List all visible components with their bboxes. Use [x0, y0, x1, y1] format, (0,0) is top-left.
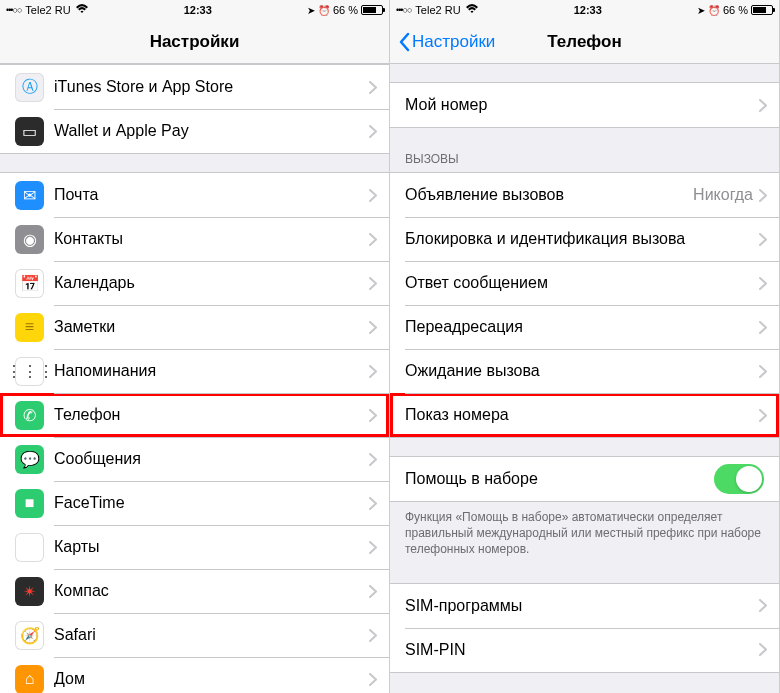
settings-row[interactable]: ⋮⋮⋮Напоминания	[0, 349, 389, 393]
battery-pct: 66 %	[723, 4, 748, 16]
row-dial-assist[interactable]: Помощь в наборе	[390, 457, 779, 501]
signal-dots: •••○○	[396, 5, 411, 15]
wifi-icon	[465, 4, 479, 16]
row-label: FaceTime	[54, 494, 369, 512]
row-label: Заметки	[54, 318, 369, 336]
row-value: Никогда	[693, 186, 753, 204]
chevron-icon	[369, 365, 377, 378]
alarm-icon: ⏰	[708, 5, 720, 16]
row-label: Сообщения	[54, 450, 369, 468]
row-label: Календарь	[54, 274, 369, 292]
app-icon: 💬	[15, 445, 44, 474]
settings-row[interactable]: ■FaceTime	[0, 481, 389, 525]
chevron-icon	[759, 321, 767, 334]
settings-row[interactable]: ⌂Дом	[0, 657, 389, 693]
back-label: Настройки	[412, 32, 495, 52]
chevron-icon	[369, 277, 377, 290]
chevron-icon	[759, 409, 767, 422]
settings-row[interactable]: Показ номера	[390, 393, 779, 437]
status-bar: •••○○ Tele2 RU 12:33 ➤ ⏰ 66 %	[390, 0, 779, 20]
chevron-icon	[369, 81, 377, 94]
page-title: Телефон	[547, 32, 621, 52]
battery-icon	[751, 5, 773, 15]
row-label: Компас	[54, 582, 369, 600]
row-label: Ответ сообщением	[405, 274, 759, 292]
settings-row[interactable]: 📅Календарь	[0, 261, 389, 305]
settings-row[interactable]: Блокировка и идентификация вызова	[390, 217, 779, 261]
chevron-icon	[369, 409, 377, 422]
row-my-number[interactable]: Мой номер	[390, 83, 779, 127]
row-label: Объявление вызовов	[405, 186, 693, 204]
settings-row[interactable]: Объявление вызововНикогда	[390, 173, 779, 217]
settings-row[interactable]: ≡Заметки	[0, 305, 389, 349]
settings-list[interactable]: ⒶiTunes Store и App Store▭Wallet и Apple…	[0, 64, 389, 693]
app-icon: Ⓐ	[15, 73, 44, 102]
row-label: Дом	[54, 670, 369, 688]
row-label: Ожидание вызова	[405, 362, 759, 380]
row-label: Wallet и Apple Pay	[54, 122, 369, 140]
row-label: SIM-программы	[405, 597, 759, 615]
my-number-label: Мой номер	[405, 96, 759, 114]
signal-dots: •••○○	[6, 5, 21, 15]
chevron-icon	[759, 365, 767, 378]
app-icon: 🗺	[15, 533, 44, 562]
settings-row[interactable]: 🗺Карты	[0, 525, 389, 569]
chevron-icon	[369, 125, 377, 138]
wifi-icon	[75, 4, 89, 16]
settings-row[interactable]: SIM-PIN	[390, 628, 779, 672]
settings-row[interactable]: SIM-программы	[390, 584, 779, 628]
app-icon: ◉	[15, 225, 44, 254]
row-label: Показ номера	[405, 406, 759, 424]
row-label: Почта	[54, 186, 369, 204]
chevron-icon	[759, 189, 767, 202]
chevron-icon	[369, 321, 377, 334]
phone-settings-list[interactable]: Мой номер ВЫЗОВЫ Объявление вызововНиког…	[390, 64, 779, 693]
app-icon: ✉	[15, 181, 44, 210]
chevron-icon	[759, 233, 767, 246]
dial-assist-label: Помощь в наборе	[405, 470, 714, 488]
settings-row[interactable]: ◉Контакты	[0, 217, 389, 261]
app-icon: ▭	[15, 117, 44, 146]
row-label: Телефон	[54, 406, 369, 424]
location-icon: ➤	[697, 5, 705, 16]
chevron-icon	[759, 277, 767, 290]
settings-row[interactable]: Ожидание вызова	[390, 349, 779, 393]
chevron-icon	[759, 99, 767, 112]
app-icon: 🧭	[15, 621, 44, 650]
settings-row[interactable]: ✴Компас	[0, 569, 389, 613]
settings-row[interactable]: 💬Сообщения	[0, 437, 389, 481]
app-icon: ✆	[15, 401, 44, 430]
chevron-icon	[369, 585, 377, 598]
app-icon: 📅	[15, 269, 44, 298]
row-label: Контакты	[54, 230, 369, 248]
settings-row[interactable]: ✉Почта	[0, 173, 389, 217]
settings-row[interactable]: Ответ сообщением	[390, 261, 779, 305]
chevron-icon	[369, 497, 377, 510]
dial-assist-footer: Функция «Помощь в наборе» автоматически …	[390, 502, 779, 565]
app-icon: ≡	[15, 313, 44, 342]
carrier-label: Tele2 RU	[415, 4, 460, 16]
settings-row[interactable]: ⒶiTunes Store и App Store	[0, 65, 389, 109]
calls-header: ВЫЗОВЫ	[390, 146, 779, 172]
settings-row[interactable]: ▭Wallet и Apple Pay	[0, 109, 389, 153]
chevron-icon	[369, 629, 377, 642]
chevron-icon	[369, 673, 377, 686]
chevron-icon	[369, 453, 377, 466]
back-button[interactable]: Настройки	[398, 32, 495, 52]
settings-row[interactable]: Переадресация	[390, 305, 779, 349]
dial-assist-toggle[interactable]	[714, 464, 764, 494]
app-icon: ⌂	[15, 665, 44, 694]
row-label: Карты	[54, 538, 369, 556]
chevron-icon	[369, 541, 377, 554]
settings-row[interactable]: 🧭Safari	[0, 613, 389, 657]
app-icon: ✴	[15, 577, 44, 606]
status-bar: •••○○ Tele2 RU 12:33 ➤ ⏰ 66 %	[0, 0, 389, 20]
chevron-icon	[759, 643, 767, 656]
row-label: iTunes Store и App Store	[54, 78, 369, 96]
settings-row[interactable]: ✆Телефон	[0, 393, 389, 437]
alarm-icon: ⏰	[318, 5, 330, 16]
page-title: Настройки	[150, 32, 240, 52]
nav-bar: Настройки Телефон	[390, 20, 779, 64]
chevron-icon	[369, 189, 377, 202]
row-label: Safari	[54, 626, 369, 644]
